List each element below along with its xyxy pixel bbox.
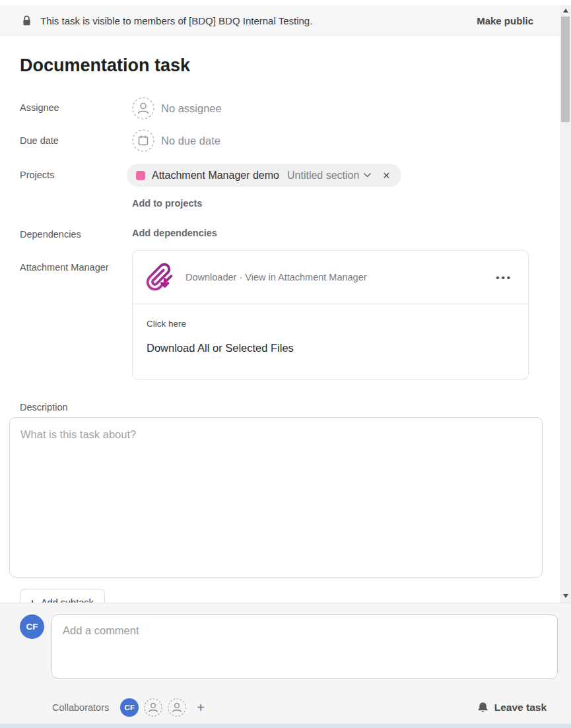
collaborators-row: Collaborators CF + bbox=[52, 698, 205, 717]
assignee-ghost-avatar-icon bbox=[132, 97, 154, 119]
add-dependencies-link[interactable]: Add dependencies bbox=[132, 228, 217, 238]
task-detail-pane: This task is visible to members of [BDQ]… bbox=[0, 0, 571, 728]
comment-footer: CF Collaborators CF + bbox=[0, 603, 571, 723]
projects-label: Projects bbox=[20, 170, 54, 180]
project-color-swatch bbox=[136, 171, 145, 180]
ghost-collaborator-icon bbox=[168, 698, 186, 717]
leave-task-label: Leave task bbox=[494, 702, 547, 713]
attachment-manager-header: Downloader · View in Attachment Manager … bbox=[133, 251, 528, 304]
description-label: Description bbox=[20, 402, 68, 413]
remove-project-icon[interactable]: ✕ bbox=[382, 170, 390, 181]
due-date-label: Due date bbox=[20, 135, 59, 146]
privacy-banner: This task is visible to members of [BDQ]… bbox=[0, 5, 560, 36]
make-public-button[interactable]: Make public bbox=[477, 15, 533, 26]
download-all-text: Download All or Selected Files bbox=[147, 342, 514, 354]
add-collaborator-button[interactable]: + bbox=[197, 701, 205, 714]
collaborator-avatar: CF bbox=[120, 698, 139, 717]
attachment-manager-label: Attachment Manager bbox=[20, 262, 109, 273]
chevron-down-icon bbox=[364, 173, 371, 178]
description-input[interactable] bbox=[10, 418, 542, 577]
attachment-manager-body: Click here Download All or Selected File… bbox=[133, 304, 528, 354]
calendar-icon bbox=[132, 129, 154, 152]
project-pill[interactable]: Attachment Manager demo Untitled section… bbox=[127, 164, 401, 187]
leave-task-button[interactable]: Leave task bbox=[477, 698, 547, 717]
scrollbar-down-icon[interactable] bbox=[560, 591, 571, 601]
scrollbar-up-icon[interactable] bbox=[560, 5, 571, 16]
task-title[interactable]: Documentation task bbox=[20, 55, 190, 76]
section-dropdown[interactable]: Untitled section bbox=[287, 170, 371, 182]
section-name: Untitled section bbox=[287, 170, 359, 182]
due-date-field[interactable]: No due date bbox=[132, 129, 220, 152]
assignee-label: Assignee bbox=[20, 102, 59, 113]
click-here-link[interactable]: Click here bbox=[147, 319, 514, 329]
vertical-scrollbar[interactable] bbox=[560, 5, 571, 603]
dependencies-label: Dependencies bbox=[20, 229, 81, 240]
due-date-value: No due date bbox=[161, 135, 220, 147]
assignee-field[interactable]: No assignee bbox=[132, 97, 222, 119]
add-to-projects-link[interactable]: Add to projects bbox=[132, 198, 202, 209]
assignee-value: No assignee bbox=[161, 102, 222, 115]
lock-icon bbox=[22, 15, 32, 26]
privacy-message: This task is visible to members of [BDQ]… bbox=[40, 15, 312, 26]
paperclip-download-icon bbox=[145, 263, 174, 292]
project-name[interactable]: Attachment Manager demo bbox=[152, 170, 279, 182]
window-bottom-edge bbox=[0, 723, 571, 728]
overflow-menu-icon[interactable]: ••• bbox=[496, 272, 512, 283]
current-user-avatar: CF bbox=[20, 614, 44, 639]
description-box bbox=[9, 417, 543, 578]
collaborators-label: Collaborators bbox=[52, 702, 109, 713]
comment-box bbox=[51, 614, 558, 678]
attachment-manager-link[interactable]: Downloader · View in Attachment Manager bbox=[185, 272, 367, 282]
ghost-collaborator-icon bbox=[144, 698, 162, 717]
bell-icon bbox=[477, 702, 488, 713]
comment-input[interactable] bbox=[52, 615, 557, 678]
attachment-manager-card: Downloader · View in Attachment Manager … bbox=[132, 250, 529, 380]
scrollbar-thumb[interactable] bbox=[561, 17, 570, 122]
